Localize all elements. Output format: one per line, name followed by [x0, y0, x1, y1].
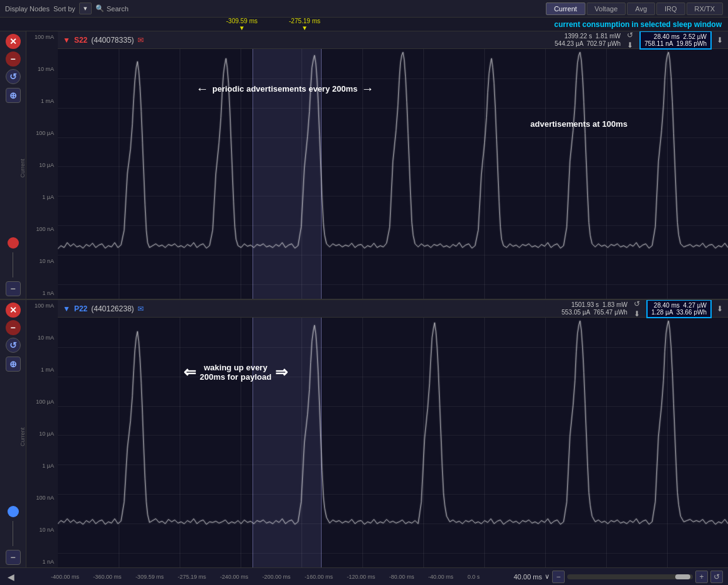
scanner-triangle-icon: ▼ — [63, 304, 70, 313]
bottom-controls: 40.00 ms ∨ − + ↺ — [514, 571, 723, 583]
x-tick-200: -200.00 ms — [263, 574, 291, 580]
scanner-y-tick-100ma: 100 mA — [28, 303, 57, 309]
advertiser-triangle-icon: ▼ — [63, 36, 70, 45]
y-tick-1na: 1 nA — [28, 290, 57, 296]
advertiser-reset-icon[interactable]: ↺ — [627, 31, 633, 40]
scanner-device-label: P22 — [74, 304, 87, 313]
advertiser-annotation-2-text: advertisements at 100ms — [530, 119, 627, 129]
zoom-minus-btn[interactable]: − — [552, 571, 565, 583]
x-tick-400: -400.00 ms — [51, 574, 79, 580]
scanner-download-icon[interactable]: ⬇ — [634, 309, 640, 318]
advertiser-panel: ✕ − ↺ ⊕ − Current 100 mA 10 mA 1 mA 100 … — [0, 31, 728, 300]
advertiser-annotation-2: advertisements at 100ms — [530, 119, 627, 129]
zoom-dropdown[interactable]: ∨ — [545, 572, 550, 581]
advertiser-scale-minus-btn[interactable]: − — [6, 281, 21, 296]
advertiser-annotation-1: ← periodic advertisements every 200ms → — [196, 82, 374, 96]
scanner-y-tick-100na: 100 nA — [28, 495, 57, 501]
x-tick-120: -120.00 ms — [347, 574, 375, 580]
scanner-color-dot — [8, 506, 19, 517]
search-label: Search — [107, 5, 129, 13]
sort-dropdown[interactable]: ▾ — [79, 3, 92, 14]
advertiser-y-axis: Current 100 mA 10 mA 1 mA 100 µA 10 µA 1… — [26, 31, 58, 299]
advertiser-device-label: S22 — [74, 36, 87, 45]
scanner-scale-minus-btn[interactable]: − — [6, 550, 21, 565]
scanner-stat-time: 1501.93 s 1.83 mW — [562, 301, 627, 308]
scanner-chart-area: ▼ P22 (440126238) ✉ 1501.93 s 1.83 mW 55… — [58, 300, 728, 567]
advertiser-device-id: (440078335) — [91, 36, 134, 45]
tab-rxtx[interactable]: RX/TX — [687, 3, 723, 15]
scroll-thumb — [675, 574, 690, 579]
time-marker-2: -275.19 ms ▼ — [289, 18, 320, 31]
advertiser-minus-btn[interactable]: − — [6, 51, 21, 67]
scanner-reset-icon[interactable]: ↺ — [634, 300, 640, 308]
tab-irq[interactable]: IRQ — [656, 3, 685, 15]
tab-buttons: Current Voltage Avg IRQ RX/TX — [546, 3, 723, 15]
advertiser-color-dot — [8, 237, 19, 249]
zoom-label: 40.00 ms — [514, 573, 542, 581]
time-marker-1-arrow: ▼ — [239, 24, 245, 31]
y-tick-10ma: 10 mA — [28, 66, 57, 72]
scroll-left-btn[interactable]: ◀ — [5, 572, 17, 582]
time-marker-1: -309.59 ms ▼ — [226, 18, 258, 31]
y-tick-1ua: 1 µA — [28, 194, 57, 200]
time-marker-2-arrow: ▼ — [302, 24, 308, 31]
time-marker-bar: -309.59 ms ▼ -275.19 ms ▼ current consum… — [0, 18, 728, 31]
zoom-reset-btn[interactable]: ↺ — [710, 571, 723, 583]
advertiser-reset-btn[interactable]: ↺ — [6, 69, 21, 84]
advertiser-current-label: Current — [19, 159, 26, 178]
x-axis-labels: -400.00 ms -360.00 ms -309.59 ms -275.19… — [19, 574, 511, 580]
advertiser-stat-time: 1399.22 s 1.81 mW — [555, 33, 621, 40]
scanner-arrow-left: ⇐ — [183, 363, 196, 381]
advertiser-divider — [13, 252, 13, 277]
scanner-y-tick-1ma: 1 mA — [28, 367, 57, 373]
scanner-annotation-line2: 200ms for payload — [200, 372, 271, 382]
advertiser-stat-current: 544.23 µA 702.97 µWh — [555, 40, 621, 47]
display-nodes-label: Display Nodes — [5, 5, 50, 13]
scanner-close-btn[interactable]: ✕ — [6, 303, 21, 318]
advertiser-sel-download-icon[interactable]: ⬇ — [717, 36, 723, 45]
scanner-arrow-right: ⇒ — [275, 363, 288, 381]
sort-dropdown-arrow: ▾ — [84, 4, 87, 13]
advertiser-stats-selected: 28.40 ms 2.52 µW 758.11 nA 19.85 pWh — [639, 31, 712, 50]
advertiser-envelope-icon[interactable]: ✉ — [138, 36, 144, 45]
search-button[interactable]: 🔍 Search — [95, 4, 129, 13]
scanner-sel-download-icon[interactable]: ⬇ — [717, 304, 723, 313]
scanner-sel-stat-2: 1.28 µA 33.66 pWh — [651, 309, 707, 316]
x-tick-0: 0.0 s — [467, 574, 480, 580]
scroll-track[interactable] — [567, 574, 693, 579]
sort-by-label: Sort by — [53, 5, 75, 13]
zoom-plus-btn[interactable]: + — [695, 571, 708, 583]
scanner-y-tick-100ua: 100 µA — [28, 399, 57, 405]
x-tick-309: -309.59 ms — [136, 574, 164, 580]
scanner-envelope-icon[interactable]: ✉ — [138, 304, 144, 313]
y-tick-100ua: 100 µA — [28, 130, 57, 136]
scanner-waveform — [58, 318, 728, 567]
top-bar-left: Display Nodes Sort by ▾ 🔍 Search — [5, 3, 540, 14]
scanner-minus-btn[interactable]: − — [6, 320, 21, 335]
scanner-icon-col: ↺ ⬇ — [634, 300, 640, 318]
x-tick-160: -160.00 ms — [305, 574, 333, 580]
scanner-stat-current: 553.05 µA 765.47 µWh — [562, 309, 627, 316]
panels-container: ✕ − ↺ ⊕ − Current 100 mA 10 mA 1 mA 100 … — [0, 31, 728, 567]
scanner-y-tick-1ua: 1 µA — [28, 463, 57, 469]
advertiser-annotation-1-text: periodic advertisements every 200ms — [212, 84, 357, 94]
advertiser-channel-header: ▼ S22 (440078335) ✉ 1399.22 s 1.81 mW 54… — [58, 31, 728, 49]
advertiser-close-btn[interactable]: ✕ — [6, 34, 21, 49]
tab-current[interactable]: Current — [546, 3, 585, 15]
scanner-plus-btn[interactable]: ⊕ — [6, 357, 21, 372]
time-marker-2-label: -275.19 ms — [289, 18, 320, 24]
scanner-device-id: (440126238) — [91, 304, 134, 313]
y-tick-10na: 10 nA — [28, 258, 57, 264]
tab-avg[interactable]: Avg — [627, 3, 655, 15]
advertiser-download-icon[interactable]: ⬇ — [627, 41, 633, 50]
scanner-sel-stat-1: 28.40 ms 4.27 µW — [651, 302, 707, 309]
advertiser-plus-btn[interactable]: ⊕ — [6, 88, 21, 103]
arrow-left-1: ← — [196, 82, 209, 96]
advertiser-waveform — [58, 49, 728, 299]
advertiser-sel-stat-1: 28.40 ms 2.52 µW — [644, 33, 707, 40]
advertiser-stats-left: 1399.22 s 1.81 mW 544.23 µA 702.97 µWh — [555, 33, 621, 47]
scanner-reset-btn[interactable]: ↺ — [6, 338, 21, 353]
scanner-y-tick-1na: 1 nA — [28, 559, 57, 565]
tab-voltage[interactable]: Voltage — [587, 3, 626, 15]
advertiser-sel-stat-2: 758.11 nA 19.85 pWh — [644, 40, 707, 47]
